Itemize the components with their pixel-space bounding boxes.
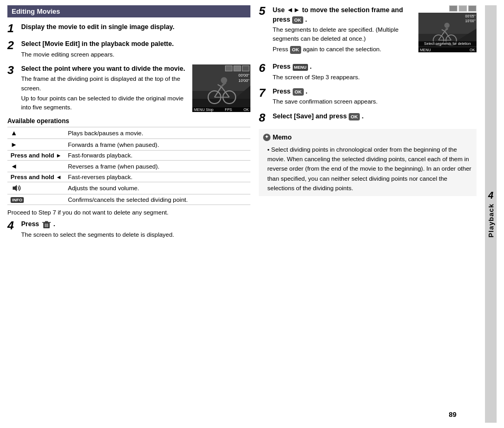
- step3-timer: 00'00" 10'00": [238, 73, 249, 83]
- step8-title: Select [Save] and press OK .: [273, 112, 477, 122]
- step4-title: Press .: [21, 220, 250, 229]
- step-number-2: 2: [7, 40, 19, 51]
- op-icon-fwd-hold: Press and hold ►: [7, 151, 65, 161]
- step7-title: Press OK .: [273, 87, 477, 97]
- svg-point-32: [444, 23, 450, 28]
- op-icon-volume: [7, 182, 65, 194]
- ok-button-icon-step5b: OK: [290, 46, 302, 54]
- step3-desc2: Up to four points can be selected to div…: [21, 94, 188, 113]
- table-row: ▲ Plays back/pauses a movie.: [7, 127, 250, 139]
- step-number-3: 3: [7, 64, 19, 76]
- svg-rect-16: [45, 221, 48, 222]
- available-ops-title: Available operations: [7, 117, 250, 125]
- operations-table: ▲ Plays back/pauses a movie. ► Forwards …: [7, 127, 250, 205]
- thumbnail-strip-5: [418, 5, 477, 12]
- step-8: 8 Select [Save] and press OK .: [259, 112, 477, 124]
- step-7: 7 Press OK . The save confirmation scree…: [259, 87, 477, 107]
- step5-bottom-bar: MENU OK: [418, 48, 477, 52]
- step-number-6: 6: [259, 62, 270, 74]
- ok-button-icon-step5: OK: [292, 16, 304, 24]
- step2-desc: The movie editing screen appears.: [21, 50, 250, 59]
- op-desc-play: Plays back/pauses a movie.: [65, 127, 250, 139]
- step-number-7: 7: [259, 87, 270, 99]
- step5-img-label: Select segments for deletion: [418, 41, 477, 46]
- op-icon-fwd: ►: [7, 139, 65, 151]
- op-desc-fwd: Forwards a frame (when paused).: [65, 139, 250, 151]
- table-row: ◄ Reverses a frame (when paused).: [7, 161, 250, 172]
- proceed-note: Proceed to Step 7 if you do not want to …: [7, 209, 250, 216]
- step3-desc1: The frame at the dividing point is displ…: [21, 75, 188, 93]
- op-icon-info: INFO: [7, 194, 65, 205]
- step5-photo: 00'05" 10'00" Select segments for deleti…: [418, 13, 477, 52]
- memo-section: ✦ Memo Select dividing points in chronol…: [259, 129, 477, 197]
- step-1: 1 Display the movie to edit in single im…: [7, 23, 250, 34]
- trash-icon: [42, 220, 51, 229]
- op-desc-fwd-hold: Fast-forwards playback.: [65, 151, 250, 161]
- ok-button-icon-step7: OK: [293, 88, 304, 96]
- chapter-number: 4: [488, 190, 493, 201]
- menu-button-icon-step6: MENU: [293, 64, 309, 71]
- table-row: Adjusts the sound volume.: [7, 182, 250, 194]
- step1-title: Display the movie to edit in single imag…: [21, 23, 250, 32]
- step-5: 5 Use ◄► to move the selection frame and…: [259, 5, 477, 58]
- step-number-1: 1: [7, 23, 19, 34]
- step5-image: 00'05" 10'00" Select segments for deleti…: [418, 5, 477, 54]
- step-3: 3 Select the point where you want to div…: [7, 64, 250, 113]
- step3-title: Select the point where you want to divid…: [21, 64, 188, 74]
- svg-marker-14: [13, 185, 17, 191]
- step5-desc2: Press OK again to cancel the selection.: [273, 45, 414, 54]
- table-row: ► Forwards a frame (when paused).: [7, 139, 250, 151]
- step6-title: Press MENU .: [273, 62, 477, 72]
- table-row: Press and hold ► Fast-forwards playback.: [7, 151, 250, 161]
- op-icon-rev-hold: Press and hold ◄: [7, 172, 65, 182]
- info-button-icon: INFO: [11, 197, 24, 203]
- step5-timer: 00'05" 10'00": [465, 14, 475, 23]
- memo-bullet: Select dividing points in chronological …: [267, 145, 472, 193]
- step-number-8: 8: [259, 112, 270, 124]
- thumbnail-strip: [225, 66, 249, 71]
- right-sidebar: 4 Playback: [485, 5, 497, 423]
- op-desc-rev-hold: Fast-reverses playback.: [65, 172, 250, 182]
- step-number-5: 5: [259, 5, 270, 17]
- step-4: 4 Press . The screen to select the s: [7, 220, 250, 239]
- step2-title: Select [Movie Edit] in the playback mode…: [21, 40, 250, 49]
- op-icon-play: ▲: [7, 127, 65, 139]
- table-row: Press and hold ◄ Fast-reverses playback.: [7, 172, 250, 182]
- chapter-label: Playback: [487, 203, 495, 237]
- step-number-4: 4: [7, 220, 19, 231]
- section-header: Editing Movies: [7, 5, 250, 17]
- ok-button-icon-step8: OK: [349, 113, 360, 121]
- step5-title: Use ◄► to move the selection frame and p…: [273, 5, 414, 24]
- available-operations: Available operations ▲ Plays back/pauses…: [7, 117, 250, 205]
- memo-title: ✦ Memo: [263, 132, 472, 143]
- op-desc-info: Confirms/cancels the selected dividing p…: [65, 194, 250, 205]
- step6-desc: The screen of Step 3 reappears.: [273, 73, 477, 82]
- step3-bottom-bar: MENU Stop FPS OK: [192, 107, 250, 112]
- op-icon-rev: ◄: [7, 161, 65, 172]
- svg-point-11: [221, 77, 227, 83]
- section-title: Editing Movies: [12, 7, 60, 15]
- memo-icon: ✦: [263, 134, 270, 141]
- step4-desc: The screen to select the segments to del…: [21, 230, 250, 239]
- step-6: 6 Press MENU . The screen of Step 3 reap…: [259, 62, 477, 82]
- step3-image: 00'00" 10'00" MENU Stop FPS OK: [192, 64, 250, 112]
- step-2: 2 Select [Movie Edit] in the playback mo…: [7, 40, 250, 59]
- op-desc-volume: Adjusts the sound volume.: [65, 182, 250, 194]
- table-row: INFO Confirms/cancels the selected divid…: [7, 194, 250, 205]
- op-desc-rev: Reverses a frame (when paused).: [65, 161, 250, 172]
- step7-desc: The save confirmation screen appears.: [273, 97, 477, 106]
- page-number: 89: [449, 411, 456, 418]
- step5-desc1: The segments to delete are specified. (M…: [273, 25, 414, 44]
